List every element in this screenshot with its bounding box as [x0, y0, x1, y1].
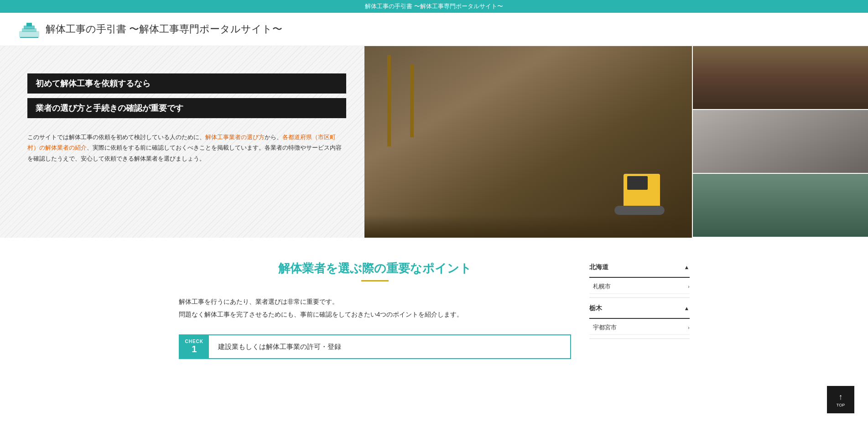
section-desc-line2: 問題なく解体工事を完了させるためにも、事前に確認をしておきたい4つのポイントを紹… — [179, 311, 463, 318]
sidebar-city-name-sapporo: 札幌市 — [593, 282, 611, 291]
back-to-top-button[interactable]: ↑ TOP — [827, 386, 854, 386]
excavator-decoration — [605, 160, 678, 224]
top-bar: 解体工事の手引書 〜解体工事専門ポータルサイト〜 — [0, 0, 868, 13]
hero-section: 初めて解体工事を依頼するなら 業者の選び方と手続きの確認が重要です このサイトで… — [0, 46, 868, 238]
sidebar-divider-2 — [589, 338, 690, 339]
check-card-1: CHECK 1 建設業もしくは解体工事業の許可・登録 — [179, 334, 571, 359]
hero-link2[interactable]: 各都道府県（市区町村）の解体業者の紹介 — [27, 134, 336, 151]
debris-decoration — [364, 215, 691, 238]
site-logo-icon — [18, 18, 40, 40]
hero-headline1: 初めて解体工事を依頼するなら — [27, 73, 346, 94]
section-desc-line1: 解体工事を行うにあたり、業者選びは非常に重要です。 — [179, 298, 338, 305]
sidebar-region-tochigi: 栃木 ▲ — [589, 302, 690, 319]
hero-main-image — [364, 46, 691, 238]
side-image-middle — [692, 110, 868, 174]
side-image-top — [692, 46, 868, 110]
check-label: CHECK — [185, 339, 204, 344]
sidebar-region-name-hokkaido: 北海道 — [589, 263, 608, 271]
hero-left: 初めて解体工事を依頼するなら 業者の選び方と手続きの確認が重要です このサイトで… — [0, 46, 364, 238]
sidebar-city-sapporo[interactable]: 札幌市 › — [589, 280, 690, 294]
sidebar-region-name-tochigi: 栃木 — [589, 304, 602, 312]
site-header: 解体工事の手引書 〜解体工事専門ポータルサイト〜 — [0, 13, 868, 46]
top-bar-text: 解体工事の手引書 〜解体工事専門ポータルサイト〜 — [365, 3, 503, 10]
svg-rect-0 — [19, 31, 39, 37]
sidebar-arrow-hokkaido: ▲ — [684, 264, 690, 271]
hero-side-images — [692, 46, 868, 238]
section-title: 解体業者を選ぶ際の重要なポイント — [179, 260, 571, 276]
check-content: 建設業もしくは解体工事業の許可・登録 — [209, 335, 350, 358]
sidebar: 北海道 ▲ 札幌市 › 栃木 ▲ 宇都宮市 › — [589, 260, 690, 368]
excavator-tracks — [614, 206, 665, 215]
chevron-icon-sapporo: › — [688, 284, 689, 289]
svg-rect-3 — [26, 23, 32, 26]
hero-link1[interactable]: 解体工事業者の選び方 — [205, 134, 265, 141]
hero-headline2: 業者の選び方と手続きの確認が重要です — [27, 98, 346, 118]
sidebar-region-title-hokkaido[interactable]: 北海道 ▲ — [589, 260, 690, 274]
check-number: 1 — [192, 344, 197, 354]
wooden-frame-decoration — [374, 55, 456, 146]
main-content: 解体業者を選ぶ際の重要なポイント 解体工事を行うにあたり、業者選びは非常に重要で… — [161, 238, 708, 386]
check-badge: CHECK 1 — [180, 335, 209, 358]
hero-images — [364, 46, 868, 238]
chevron-icon-utsunomiya: › — [688, 325, 689, 330]
sidebar-region-hokkaido: 北海道 ▲ — [589, 260, 690, 278]
hero-body: このサイトでは解体工事の依頼を初めて検討している人のために、解体工事業者の選び方… — [27, 132, 346, 164]
content-left: 解体業者を選ぶ際の重要なポイント 解体工事を行うにあたり、業者選びは非常に重要で… — [179, 260, 571, 368]
site-title: 解体工事の手引書 〜解体工事専門ポータルサイト〜 — [46, 22, 282, 36]
title-underline — [361, 280, 389, 281]
sidebar-region-title-tochigi[interactable]: 栃木 ▲ — [589, 302, 690, 315]
excavator-cab — [624, 174, 660, 206]
sidebar-city-utsunomiya[interactable]: 宇都宮市 › — [589, 321, 690, 335]
sidebar-divider-1 — [589, 297, 690, 298]
section-desc: 解体工事を行うにあたり、業者選びは非常に重要です。 問題なく解体工事を完了させる… — [179, 295, 571, 321]
sidebar-city-name-utsunomiya: 宇都宮市 — [593, 323, 617, 332]
side-image-bottom — [692, 174, 868, 238]
sidebar-arrow-tochigi: ▲ — [684, 305, 690, 312]
